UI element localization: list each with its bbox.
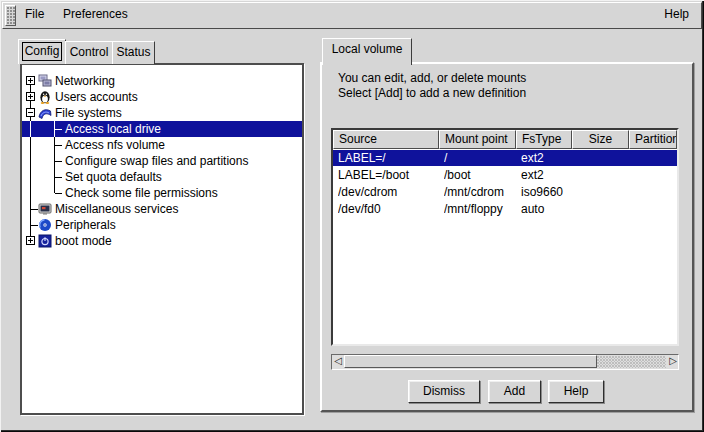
table-cell: /dev/cdrom bbox=[338, 184, 437, 201]
scrollbar-thumb[interactable] bbox=[344, 355, 597, 368]
table-cell: /dev/fd0 bbox=[338, 201, 437, 218]
column-header-size[interactable]: Size bbox=[572, 130, 629, 149]
scrollbar-track[interactable] bbox=[597, 356, 666, 368]
expand-plus-icon[interactable] bbox=[26, 92, 35, 101]
instruction-line-2: Select [Add] to add a new definition bbox=[338, 86, 526, 100]
expand-plus-icon[interactable] bbox=[26, 76, 35, 85]
tree-item-label: Access nfs volume bbox=[65, 137, 165, 153]
add-button[interactable]: Add bbox=[488, 380, 541, 403]
menu-file[interactable]: File bbox=[23, 3, 46, 26]
misc-services-icon bbox=[38, 202, 52, 216]
tree-item-label: Configure swap files and partitions bbox=[65, 153, 248, 169]
scroll-left-icon[interactable]: ◁ bbox=[332, 354, 344, 368]
tree-item-label: Check some file permissions bbox=[65, 185, 218, 201]
tree-item-set-quota-defaults[interactable]: Set quota defaults bbox=[22, 169, 302, 185]
tab-local-volume[interactable]: Local volume bbox=[322, 38, 412, 65]
tree-item-check-some-file-permissions[interactable]: Check some file permissions bbox=[22, 185, 302, 201]
dismiss-button[interactable]: Dismiss bbox=[408, 380, 480, 403]
hscrollbar[interactable]: ◁ ▷ bbox=[331, 354, 679, 370]
table-cell: LABEL=/boot bbox=[338, 167, 437, 184]
menu-drag-handle-icon[interactable] bbox=[5, 5, 16, 26]
scroll-right-icon[interactable]: ▷ bbox=[667, 354, 679, 368]
table-row[interactable]: /dev/cdrom/mnt/cdromiso9660 bbox=[333, 184, 677, 201]
table-cell: /boot bbox=[444, 167, 514, 184]
column-header-partition[interactable]: Partition bbox=[629, 130, 677, 149]
tab-status[interactable]: Status bbox=[112, 41, 155, 64]
tab-local-volume-label: Local volume bbox=[330, 41, 405, 58]
table-row[interactable]: LABEL=//ext2 bbox=[333, 150, 677, 166]
tree-item-boot-mode[interactable]: boot mode bbox=[22, 233, 302, 249]
config-tree: NetworkingUsers accountsFile systemsAcce… bbox=[22, 65, 302, 413]
help-button[interactable]: Help bbox=[548, 380, 604, 403]
collapse-minus-icon[interactable] bbox=[26, 108, 35, 117]
column-header-source[interactable]: Source bbox=[333, 130, 439, 149]
tree-item-peripherals[interactable]: Peripherals bbox=[22, 217, 302, 233]
table-cell: /mnt/floppy bbox=[444, 201, 514, 218]
table-row[interactable]: LABEL=/boot/bootext2 bbox=[333, 167, 677, 184]
table-row[interactable]: /dev/fd0/mnt/floppyauto bbox=[333, 201, 677, 218]
tree-item-label: Peripherals bbox=[55, 217, 116, 233]
menu-help[interactable]: Help bbox=[662, 3, 691, 26]
tab-config-label: Config bbox=[22, 42, 63, 61]
column-header-mount-point[interactable]: Mount point bbox=[439, 130, 516, 149]
peripherals-icon bbox=[38, 218, 52, 232]
table-cell: LABEL=/ bbox=[338, 150, 437, 167]
networking-icon bbox=[38, 74, 52, 88]
table-cell: ext2 bbox=[521, 167, 570, 184]
menu-bar: File Preferences Help bbox=[2, 2, 702, 29]
menu-preferences[interactable]: Preferences bbox=[61, 3, 130, 26]
table-cell: auto bbox=[521, 201, 570, 218]
column-header-fstype[interactable]: FsType bbox=[516, 130, 572, 149]
tab-config[interactable]: Config bbox=[18, 39, 66, 64]
table-cell: /mnt/cdrom bbox=[444, 184, 514, 201]
users-accounts-icon bbox=[38, 90, 52, 104]
tree-item-label: boot mode bbox=[55, 233, 112, 249]
tree-item-label: Access local drive bbox=[65, 121, 161, 137]
tree-item-label: Miscellaneous services bbox=[55, 201, 178, 217]
boot-mode-icon bbox=[38, 234, 52, 248]
table-cell: ext2 bbox=[521, 150, 570, 167]
tree-item-users-accounts[interactable]: Users accounts bbox=[22, 89, 302, 105]
tab-status-label: Status bbox=[114, 44, 152, 61]
tab-control[interactable]: Control bbox=[65, 41, 113, 64]
expand-plus-icon[interactable] bbox=[26, 236, 35, 245]
file-systems-icon bbox=[38, 106, 52, 120]
mounts-table: SourceMount pointFsTypeSizePartitionLABE… bbox=[331, 128, 679, 346]
tree-item-access-nfs-volume[interactable]: Access nfs volume bbox=[22, 137, 302, 153]
tab-control-label: Control bbox=[68, 44, 111, 61]
tree-item-configure-swap-files-and-partitions[interactable]: Configure swap files and partitions bbox=[22, 153, 302, 169]
table-cell: / bbox=[444, 150, 514, 167]
tree-item-access-local-drive[interactable]: Access local drive bbox=[22, 121, 302, 137]
tree-item-miscellaneous-services[interactable]: Miscellaneous services bbox=[22, 201, 302, 217]
tree-item-networking[interactable]: Networking bbox=[22, 73, 302, 89]
tree-item-label: Set quota defaults bbox=[65, 169, 162, 185]
tree-item-label: Networking bbox=[55, 73, 115, 89]
instruction-line-1: You can edit, add, or delete mounts bbox=[338, 71, 526, 85]
tree-item-file-systems[interactable]: File systems bbox=[22, 105, 302, 121]
tree-item-label: Users accounts bbox=[55, 89, 138, 105]
table-cell: iso9660 bbox=[521, 184, 570, 201]
tree-item-label: File systems bbox=[55, 105, 122, 121]
